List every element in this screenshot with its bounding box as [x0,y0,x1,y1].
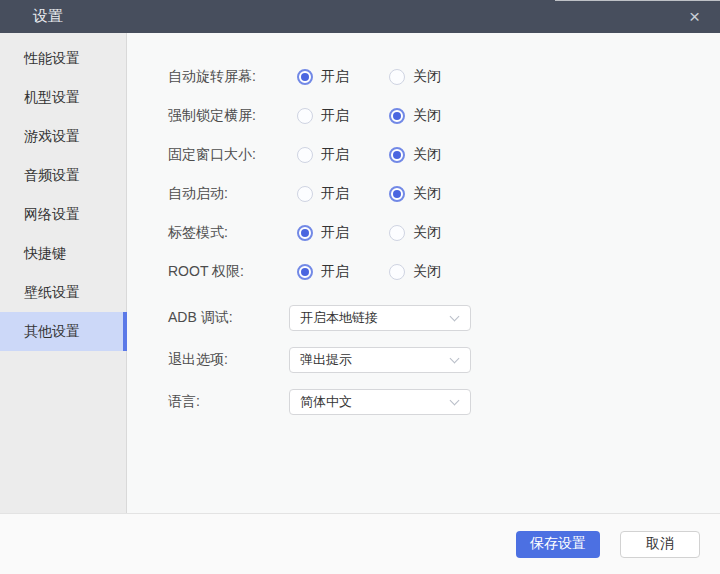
settings-dialog: 设置 × 性能设置 机型设置 游戏设置 音频设置 网络设置 快捷键 壁纸设置 其… [0,0,720,574]
radio-icon[interactable] [297,225,313,241]
select-value: 弹出提示 [300,351,451,369]
radio-option-off[interactable]: 关闭 [389,146,481,164]
radio-dot [301,268,309,276]
radio-option-on[interactable]: 开启 [297,107,389,125]
setting-row-adb-debug: ADB 调试: 开启本地链接 [168,297,720,339]
setting-row-root-permission: ROOT 权限: 开启 关闭 [168,252,720,291]
radio-icon[interactable] [389,69,405,85]
chevron-down-icon [450,312,460,322]
sidebar-item-device-model[interactable]: 机型设置 [0,78,126,117]
radio-icon[interactable] [297,147,313,163]
radio-group: 开启 关闭 [297,263,481,281]
setting-label: 退出选项: [168,351,289,369]
setting-label: ROOT 权限: [168,263,289,281]
radio-icon[interactable] [389,108,405,124]
radio-label: 关闭 [413,68,441,86]
radio-label: 开启 [321,107,349,125]
setting-label: 自动旋转屏幕: [168,68,289,86]
chevron-down-icon [450,354,460,364]
titlebar: 设置 × [0,0,720,33]
radio-icon[interactable] [297,186,313,202]
setting-row-auto-start: 自动启动: 开启 关闭 [168,174,720,213]
select-value: 开启本地链接 [300,309,451,327]
setting-label: 强制锁定横屏: [168,107,289,125]
select-value: 简体中文 [300,393,451,411]
sidebar-item-wallpaper[interactable]: 壁纸设置 [0,273,126,312]
setting-row-force-landscape: 强制锁定横屏: 开启 关闭 [168,96,720,135]
radio-label: 关闭 [413,224,441,242]
radio-option-on[interactable]: 开启 [297,146,389,164]
sidebar-item-game[interactable]: 游戏设置 [0,117,126,156]
dropdown-settings-group: ADB 调试: 开启本地链接 退出选项: 弹出提示 语言: [168,297,720,423]
radio-dot [393,190,401,198]
setting-label: ADB 调试: [168,309,289,327]
radio-option-on[interactable]: 开启 [297,68,389,86]
radio-icon[interactable] [297,69,313,85]
radio-option-off[interactable]: 关闭 [389,68,481,86]
radio-icon[interactable] [389,186,405,202]
setting-row-fixed-window-size: 固定窗口大小: 开启 关闭 [168,135,720,174]
radio-label: 开启 [321,146,349,164]
setting-row-language: 语言: 简体中文 [168,381,720,423]
radio-dot [393,112,401,120]
radio-icon[interactable] [389,147,405,163]
sidebar-item-network[interactable]: 网络设置 [0,195,126,234]
sidebar-item-shortcuts[interactable]: 快捷键 [0,234,126,273]
radio-label: 开启 [321,68,349,86]
radio-dot [301,73,309,81]
radio-option-on[interactable]: 开启 [297,263,389,281]
settings-panel: 自动旋转屏幕: 开启 关闭 强制锁定横屏: [127,33,720,513]
save-button[interactable]: 保存设置 [516,531,600,558]
setting-label: 语言: [168,393,289,411]
radio-option-off[interactable]: 关闭 [389,107,481,125]
language-select[interactable]: 简体中文 [289,389,471,415]
background-window-edge [555,0,720,1]
dialog-body: 性能设置 机型设置 游戏设置 音频设置 网络设置 快捷键 壁纸设置 其他设置 自… [0,33,720,513]
radio-label: 关闭 [413,263,441,281]
radio-dot [393,151,401,159]
chevron-down-icon [450,396,460,406]
adb-debug-select[interactable]: 开启本地链接 [289,305,471,331]
close-icon[interactable]: × [689,7,700,26]
radio-label: 关闭 [413,146,441,164]
exit-option-select[interactable]: 弹出提示 [289,347,471,373]
radio-group: 开启 关闭 [297,107,481,125]
setting-label: 自动启动: [168,185,289,203]
sidebar-item-audio[interactable]: 音频设置 [0,156,126,195]
radio-icon[interactable] [389,225,405,241]
radio-group: 开启 关闭 [297,68,481,86]
radio-label: 开启 [321,263,349,281]
radio-option-on[interactable]: 开启 [297,224,389,242]
setting-label: 固定窗口大小: [168,146,289,164]
setting-row-auto-rotate: 自动旋转屏幕: 开启 关闭 [168,57,720,96]
radio-label: 关闭 [413,107,441,125]
radio-group: 开启 关闭 [297,185,481,203]
radio-icon[interactable] [297,108,313,124]
setting-label: 标签模式: [168,224,289,242]
sidebar-item-performance[interactable]: 性能设置 [0,39,126,78]
radio-option-off[interactable]: 关闭 [389,263,481,281]
setting-row-tab-mode: 标签模式: 开启 关闭 [168,213,720,252]
cancel-button[interactable]: 取消 [620,531,700,558]
radio-option-off[interactable]: 关闭 [389,224,481,242]
radio-dot [301,229,309,237]
radio-option-on[interactable]: 开启 [297,185,389,203]
sidebar: 性能设置 机型设置 游戏设置 音频设置 网络设置 快捷键 壁纸设置 其他设置 [0,33,127,513]
radio-label: 关闭 [413,185,441,203]
radio-label: 开启 [321,185,349,203]
setting-row-exit-option: 退出选项: 弹出提示 [168,339,720,381]
radio-icon[interactable] [389,264,405,280]
radio-label: 开启 [321,224,349,242]
dialog-title: 设置 [33,7,63,26]
radio-group: 开启 关闭 [297,146,481,164]
radio-option-off[interactable]: 关闭 [389,185,481,203]
radio-group: 开启 关闭 [297,224,481,242]
footer: 保存设置 取消 [0,513,720,574]
radio-icon[interactable] [297,264,313,280]
sidebar-item-other[interactable]: 其他设置 [0,312,126,351]
